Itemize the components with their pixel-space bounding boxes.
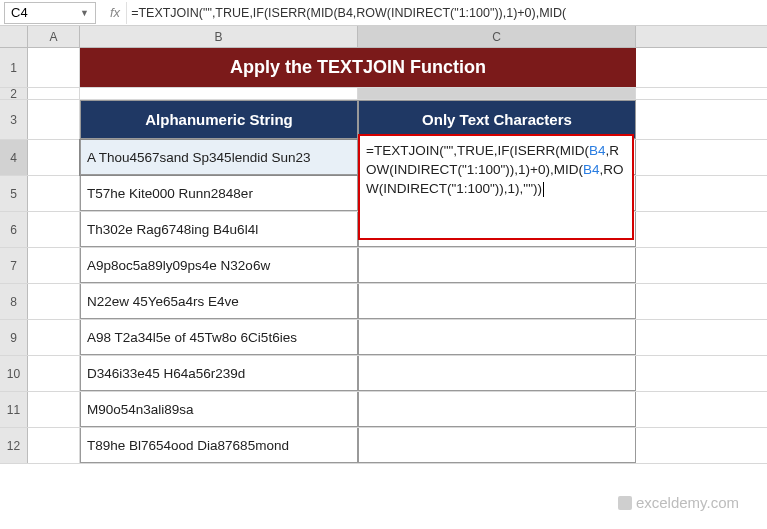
row-header[interactable]: 4	[0, 140, 28, 175]
row-9: 9 A98 T2a34l5e of 45Tw8o 6Ci5t6ies	[0, 320, 767, 356]
row-header[interactable]: 2	[0, 88, 28, 99]
row-8: 8 N22ew 45Ye65a4rs E4ve	[0, 284, 767, 320]
cell-B7[interactable]: A9p8oc5a89ly09ps4e N32o6w	[80, 248, 358, 283]
cell-A3[interactable]	[28, 100, 80, 139]
formula-part-1: =TEXTJOIN("",TRUE,IF(ISERR(MID(	[366, 143, 589, 158]
cell-text: D346i33e45 H64a56r239d	[87, 366, 245, 381]
cell-A10[interactable]	[28, 356, 80, 391]
row-2: 2	[0, 88, 767, 100]
title-text: Apply the TEXTJOIN Function	[230, 57, 486, 78]
cell-text: A9p8oc5a89ly09ps4e N32o6w	[87, 258, 270, 273]
col-header-A[interactable]: A	[28, 26, 80, 47]
header-B-text: Alphanumeric String	[145, 111, 293, 128]
cell-B2[interactable]	[80, 88, 358, 99]
formula-ref-1: B4	[589, 143, 606, 158]
cell-A2[interactable]	[28, 88, 80, 99]
cell-B12[interactable]: T89he Bl7654ood Dia87685mond	[80, 428, 358, 463]
col-header-C[interactable]: C	[358, 26, 636, 47]
row-10: 10 D346i33e45 H64a56r239d	[0, 356, 767, 392]
formula-edit-overlay[interactable]: =TEXTJOIN("",TRUE,IF(ISERR(MID(B4,ROW(IN…	[358, 134, 634, 240]
cell-A8[interactable]	[28, 284, 80, 319]
cell-B8[interactable]: N22ew 45Ye65a4rs E4ve	[80, 284, 358, 319]
row-header[interactable]: 8	[0, 284, 28, 319]
row-header[interactable]: 9	[0, 320, 28, 355]
cell-C11[interactable]	[358, 392, 636, 427]
cell-B6[interactable]: Th302e Rag6748ing B4u6l4l	[80, 212, 358, 247]
header-alphanumeric[interactable]: Alphanumeric String	[80, 100, 358, 139]
select-all-corner[interactable]	[0, 26, 28, 47]
cell-C7[interactable]	[358, 248, 636, 283]
row-12: 12 T89he Bl7654ood Dia87685mond	[0, 428, 767, 464]
column-headers: A B C	[0, 26, 767, 48]
cell-text: A98 T2a34l5e of 45Tw8o 6Ci5t6ies	[87, 330, 297, 345]
name-box[interactable]: C4 ▼	[4, 2, 96, 24]
cell-B11[interactable]: M90o54n3ali89sa	[80, 392, 358, 427]
text-cursor	[543, 182, 544, 197]
formula-ref-2: B4	[583, 162, 600, 177]
title-cell[interactable]: Apply the TEXTJOIN Function	[80, 48, 636, 87]
cell-A6[interactable]	[28, 212, 80, 247]
cell-A5[interactable]	[28, 176, 80, 211]
formula-bar-row: C4 ▼ fx =TEXTJOIN("",TRUE,IF(ISERR(MID(B…	[0, 0, 767, 26]
formula-bar-text: =TEXTJOIN("",TRUE,IF(ISERR(MID(B4,ROW(IN…	[131, 6, 566, 20]
row-header[interactable]: 1	[0, 48, 28, 87]
row-7: 7 A9p8oc5a89ly09ps4e N32o6w	[0, 248, 767, 284]
cell-B10[interactable]: D346i33e45 H64a56r239d	[80, 356, 358, 391]
row-1: 1 Apply the TEXTJOIN Function	[0, 48, 767, 88]
row-header[interactable]: 3	[0, 100, 28, 139]
cell-A7[interactable]	[28, 248, 80, 283]
cell-A11[interactable]	[28, 392, 80, 427]
name-box-value: C4	[11, 5, 28, 20]
cell-A1[interactable]	[28, 48, 80, 87]
watermark: exceldemy.com	[618, 494, 739, 511]
header-C-text: Only Text Characters	[422, 111, 572, 128]
chevron-down-icon[interactable]: ▼	[80, 8, 89, 18]
cell-B4-text: A Thou4567sand Sp345lendid Sun23	[87, 150, 310, 165]
cell-text: T57he Kite000 Runn2848er	[87, 186, 253, 201]
row-header[interactable]: 7	[0, 248, 28, 283]
cell-text: N22ew 45Ye65a4rs E4ve	[87, 294, 239, 309]
cell-C8[interactable]	[358, 284, 636, 319]
cell-C9[interactable]	[358, 320, 636, 355]
formula-bar[interactable]: =TEXTJOIN("",TRUE,IF(ISERR(MID(B4,ROW(IN…	[126, 2, 767, 24]
cell-C2[interactable]	[358, 88, 636, 99]
cell-C12[interactable]	[358, 428, 636, 463]
cell-C10[interactable]	[358, 356, 636, 391]
watermark-text: exceldemy.com	[636, 494, 739, 511]
cell-text: M90o54n3ali89sa	[87, 402, 194, 417]
watermark-icon	[618, 496, 632, 510]
row-11: 11 M90o54n3ali89sa	[0, 392, 767, 428]
cell-A9[interactable]	[28, 320, 80, 355]
row-header[interactable]: 11	[0, 392, 28, 427]
cell-text: T89he Bl7654ood Dia87685mond	[87, 438, 289, 453]
spreadsheet-grid: A B C 1 Apply the TEXTJOIN Function 2 3 …	[0, 26, 767, 464]
row-header[interactable]: 6	[0, 212, 28, 247]
row-header[interactable]: 10	[0, 356, 28, 391]
row-header[interactable]: 5	[0, 176, 28, 211]
cell-B9[interactable]: A98 T2a34l5e of 45Tw8o 6Ci5t6ies	[80, 320, 358, 355]
cell-B4[interactable]: A Thou4567sand Sp345lendid Sun23	[80, 140, 358, 175]
cell-text: Th302e Rag6748ing B4u6l4l	[87, 222, 258, 237]
cell-A12[interactable]	[28, 428, 80, 463]
col-header-B[interactable]: B	[80, 26, 358, 47]
cell-A4[interactable]	[28, 140, 80, 175]
fx-icon[interactable]: fx	[110, 5, 120, 20]
row-header[interactable]: 12	[0, 428, 28, 463]
cell-B5[interactable]: T57he Kite000 Runn2848er	[80, 176, 358, 211]
